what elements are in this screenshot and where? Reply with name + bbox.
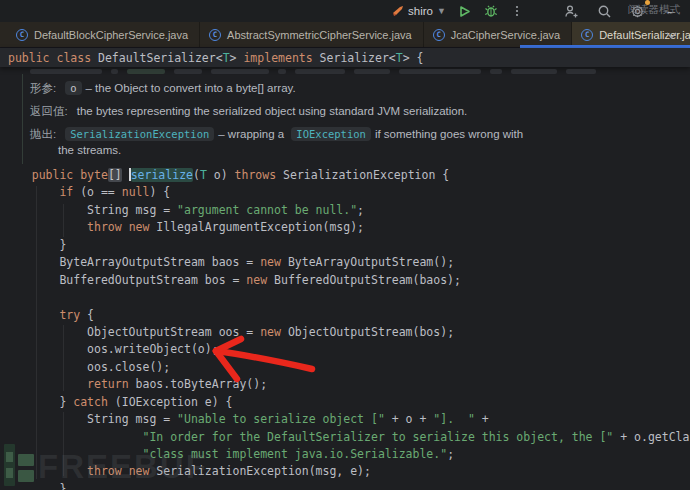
code-line[interactable]: ByteArrayOutputStream baos = new ByteArr… bbox=[0, 254, 690, 271]
java-class-icon: C bbox=[209, 29, 221, 41]
editor-tab-defaultblockcipherservice[interactable]: CDefaultBlockCipherService.java bbox=[7, 22, 200, 47]
java-class-icon: C bbox=[16, 29, 28, 41]
code-line[interactable]: return baos.toByteArray(); bbox=[0, 376, 690, 393]
chevron-down-icon: ▼ bbox=[437, 6, 446, 16]
doc-return-text: the bytes representing the serialized ob… bbox=[77, 105, 468, 117]
doc-throws-row-2: the streams. bbox=[58, 144, 121, 156]
doc-throws-text-3: the streams. bbox=[58, 144, 121, 156]
run-button[interactable] bbox=[454, 1, 476, 21]
run-config-label: shiro bbox=[408, 5, 433, 17]
add-user-button[interactable] bbox=[560, 1, 582, 21]
doc-param-text: – the Object to convert into a byte[] ar… bbox=[86, 82, 296, 94]
clipped-code-line bbox=[30, 69, 596, 75]
code-line[interactable]: oos.close(); bbox=[0, 359, 690, 376]
tab-overflow-button[interactable] bbox=[658, 26, 684, 44]
sticky-class-declaration[interactable]: public class DefaultSerializer<T> implem… bbox=[0, 48, 690, 67]
more-options-button[interactable] bbox=[506, 1, 528, 21]
doc-throws-label: 抛出: bbox=[30, 128, 56, 140]
code-line[interactable]: BufferedOutputStream bos = new BufferedO… bbox=[0, 272, 690, 289]
doc-throws-row: 抛出:SerializationException– wrapping a IO… bbox=[30, 127, 523, 142]
indent-guide bbox=[63, 325, 64, 391]
editor-tab-abstractsymmetriccipherservice[interactable]: CAbstractSymmetricCipherService.java bbox=[200, 22, 424, 47]
code-editor[interactable]: public byte[] serialize(T o) throws Seri… bbox=[0, 167, 690, 490]
java-class-icon: C bbox=[581, 29, 593, 41]
code-line[interactable]: if (o == null) { bbox=[0, 184, 690, 201]
doc-param-row: 形参:o– the Object to convert into a byte[… bbox=[30, 81, 296, 96]
doc-throws-exception-chip[interactable]: SerializationException bbox=[65, 127, 214, 141]
annotation-arrow bbox=[196, 333, 328, 389]
tab-label: JcaCipherService.java bbox=[451, 29, 560, 41]
code-line[interactable]: try { bbox=[0, 307, 690, 324]
search-button[interactable] bbox=[593, 1, 615, 21]
doc-return-row: 返回值:the bytes representing the serialize… bbox=[30, 104, 467, 119]
doc-throws-text-1: – wrapping a bbox=[218, 128, 284, 140]
code-line[interactable]: String msg = "argument cannot be null."; bbox=[0, 202, 690, 219]
doc-param-label: 形参: bbox=[30, 82, 56, 94]
tab-label: AbstractSymmetricCipherService.java bbox=[227, 29, 412, 41]
code-line[interactable]: } catch (IOException e) { bbox=[0, 394, 690, 411]
code-line[interactable]: String msg = "Unable to serialize object… bbox=[0, 411, 690, 428]
editor-tab-jcacipherservice[interactable]: CJcaCipherService.java bbox=[424, 22, 572, 47]
freebuf-logo-icon bbox=[4, 444, 15, 486]
freebuf-watermark: FREEBUF bbox=[4, 444, 208, 486]
run-configuration-selector[interactable]: shiro ▼ bbox=[388, 1, 450, 21]
debug-button[interactable] bbox=[480, 1, 502, 21]
doc-return-label: 返回值: bbox=[30, 105, 68, 117]
code-line[interactable]: ObjectOutputStream oos = new ObjectOutpu… bbox=[0, 324, 690, 341]
indent-guide bbox=[63, 204, 64, 237]
titlebar: shiro ▼ bbox=[0, 0, 690, 22]
code-line[interactable]: public byte[] serialize(T o) throws Seri… bbox=[0, 167, 690, 184]
doc-param-chip[interactable]: o bbox=[65, 81, 81, 95]
indent-guide bbox=[36, 186, 37, 479]
code-line[interactable] bbox=[0, 289, 690, 306]
doc-throws-text-2: if something goes wrong with bbox=[375, 128, 523, 140]
watermark-text: FREEBUF bbox=[38, 448, 208, 486]
doc-indent-guide bbox=[22, 74, 23, 164]
ide-window: shiro ▼ bbox=[0, 0, 690, 490]
run-config-icon bbox=[392, 5, 404, 17]
java-class-icon: C bbox=[433, 29, 445, 41]
code-line[interactable]: throw new IllegalArgumentException(msg); bbox=[0, 219, 690, 236]
reader-mode-label[interactable]: 阅读器模式 bbox=[628, 3, 681, 17]
code-line[interactable]: } bbox=[0, 237, 690, 254]
doc-ioexception-chip[interactable]: IOException bbox=[291, 127, 371, 141]
freebuf-logo-bars bbox=[18, 454, 34, 482]
code-line[interactable]: oos.writeObject(o); bbox=[0, 341, 690, 358]
tab-label: DefaultBlockCipherService.java bbox=[34, 29, 188, 41]
